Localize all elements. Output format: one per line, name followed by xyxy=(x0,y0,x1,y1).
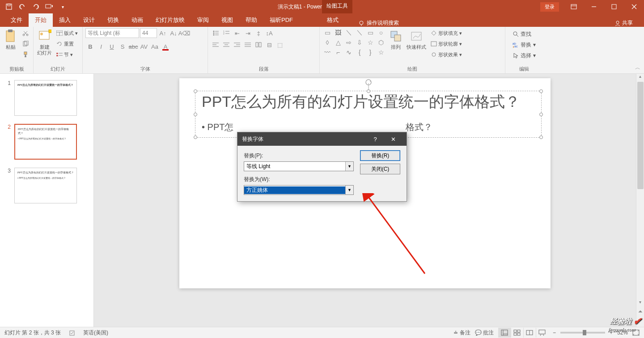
shape-star[interactable]: ☆ xyxy=(365,38,375,47)
scrollbar-thumb[interactable] xyxy=(637,82,644,189)
dialog-close-icon[interactable]: ✕ xyxy=(384,132,402,146)
shape-rounded[interactable]: ◊ xyxy=(322,38,332,47)
shape-fill-button[interactable]: 形状填充 ▾ xyxy=(429,28,464,38)
normal-view-icon[interactable] xyxy=(498,328,511,338)
tab-help[interactable]: 帮助 xyxy=(239,13,263,27)
shape-curve2[interactable]: ∿ xyxy=(344,48,354,57)
replace-action-button[interactable]: 替换(R) xyxy=(360,150,400,161)
find-button[interactable]: 查找 xyxy=(511,29,538,39)
shape-picture[interactable]: 🖼 xyxy=(333,28,343,37)
dialog-title-bar[interactable]: 替换字体 ? ✕ xyxy=(237,132,407,146)
increase-indent-button[interactable]: ⇥ xyxy=(243,28,253,38)
prev-slide-icon[interactable]: ⏶ xyxy=(636,308,644,314)
shape-rect[interactable]: ▭ xyxy=(365,28,375,37)
redo-icon[interactable] xyxy=(31,2,40,11)
thumb-1[interactable]: 1 PPT怎么为所有的幻灯片设置统一的字体格式？ xyxy=(0,78,93,122)
thumb-3[interactable]: 3 PPT怎么为所有的幻灯片设置统一的字体格式？• PPT怎么为所有的幻灯片设置… xyxy=(0,166,93,210)
reset-button[interactable]: 重置 xyxy=(55,39,80,49)
increase-font-icon[interactable]: A↑ xyxy=(158,28,168,38)
tab-review[interactable]: 审阅 xyxy=(191,13,215,27)
paste-button[interactable]: 粘贴 xyxy=(3,28,19,51)
collapse-ribbon-icon[interactable]: ︿ xyxy=(635,64,640,72)
arrange-button[interactable]: 排列 xyxy=(388,28,404,51)
font-size-combo[interactable]: 44 xyxy=(140,28,157,38)
text-direction-button[interactable]: ↕A xyxy=(264,28,274,38)
close-action-button[interactable]: 关闭(C) xyxy=(360,164,400,174)
numbering-button[interactable]: 12 xyxy=(221,28,231,38)
quick-styles-button[interactable]: 快速样式 xyxy=(406,28,427,51)
qat-dropdown-icon[interactable]: ▾ xyxy=(58,2,67,11)
replace-with-combo[interactable]: 方正姚体▼ xyxy=(244,185,354,195)
tab-format[interactable]: 格式 xyxy=(321,13,345,27)
tab-insert[interactable]: 插入 xyxy=(53,13,77,27)
line-spacing-button[interactable]: ‡ xyxy=(254,28,263,38)
char-spacing-button[interactable]: AV xyxy=(139,42,149,51)
notes-button[interactable]: ≐ 备注 xyxy=(453,329,470,337)
tell-me-search[interactable]: 操作说明搜索 xyxy=(358,19,399,27)
shape-oval[interactable]: ○ xyxy=(376,28,386,37)
zoom-slider[interactable] xyxy=(560,332,605,334)
slide-thumbnail-panel[interactable]: 1 PPT怎么为所有的幻灯片设置统一的字体格式？ 2 PPT怎么为所有的幻灯片设… xyxy=(0,74,94,327)
zoom-out-icon[interactable]: − xyxy=(553,330,556,336)
tab-file[interactable]: 文件 xyxy=(4,13,29,27)
section-button[interactable]: 节 ▾ xyxy=(55,50,80,59)
strike-button[interactable]: abc xyxy=(128,42,138,51)
bullets-button[interactable] xyxy=(211,28,220,38)
shape-effects-button[interactable]: 形状效果 ▾ xyxy=(429,50,464,59)
shape-elbow[interactable]: ⌐ xyxy=(333,48,343,57)
font-name-combo[interactable]: 等线 Light (标 xyxy=(85,28,139,38)
tab-slideshow[interactable]: 幻灯片放映 xyxy=(149,13,191,27)
smartart-button[interactable]: ⬚ xyxy=(275,40,285,50)
justify-button[interactable] xyxy=(243,40,253,50)
replace-combo[interactable]: 等线 Light▼ xyxy=(244,161,354,171)
shape-brace-r[interactable]: } xyxy=(365,48,375,57)
thumb-2[interactable]: 2 PPT怎么为所有的幻灯片设置统一的字体格式？• PPT怎么为所有的幻灯片设置… xyxy=(0,122,93,166)
tab-transition[interactable]: 切换 xyxy=(101,13,125,27)
tab-animation[interactable]: 动画 xyxy=(125,13,149,27)
start-from-beginning-icon[interactable] xyxy=(45,2,54,11)
chevron-down-icon[interactable]: ▼ xyxy=(345,186,353,194)
tab-view[interactable]: 视图 xyxy=(215,13,239,27)
spellcheck-icon[interactable] xyxy=(69,330,75,336)
shape-arrow-d[interactable]: ⇩ xyxy=(355,38,364,47)
slideshow-view-icon[interactable] xyxy=(536,328,548,338)
reading-view-icon[interactable] xyxy=(523,328,536,338)
shape-curve[interactable]: 〰 xyxy=(322,48,332,57)
ribbon-display-icon[interactable] xyxy=(564,0,584,13)
tab-home[interactable]: 开始 xyxy=(29,13,53,27)
rotate-handle-icon[interactable] xyxy=(364,79,373,90)
minimize-icon[interactable] xyxy=(584,0,604,13)
save-icon[interactable] xyxy=(4,2,13,11)
tab-foxit[interactable]: 福昕PDF xyxy=(263,13,299,27)
change-case-button[interactable]: Aa xyxy=(150,42,160,51)
format-painter-button[interactable] xyxy=(21,50,30,59)
new-slide-button[interactable]: 新建 幻灯片 xyxy=(36,28,53,57)
decrease-font-icon[interactable]: A↓ xyxy=(169,28,178,38)
cut-button[interactable] xyxy=(21,28,30,38)
shape-triangle[interactable]: △ xyxy=(333,38,343,47)
italic-button[interactable]: I xyxy=(96,42,106,51)
title-textbox-selection[interactable] xyxy=(195,91,542,138)
shape-brace-l[interactable]: { xyxy=(355,48,364,57)
share-button[interactable]: 共享 xyxy=(614,19,633,27)
align-left-button[interactable] xyxy=(211,40,220,50)
sorter-view-icon[interactable] xyxy=(511,328,523,338)
decrease-indent-button[interactable]: ⇤ xyxy=(232,28,242,38)
clear-format-icon[interactable]: A⌫ xyxy=(179,28,189,38)
shape-callout[interactable]: ☆ xyxy=(376,48,386,57)
comments-button[interactable]: 💬 批注 xyxy=(475,329,494,337)
underline-button[interactable]: U xyxy=(107,42,117,51)
copy-button[interactable] xyxy=(21,39,30,49)
shape-line[interactable]: ＼ xyxy=(344,28,354,37)
replace-button[interactable]: abac替换 ▾ xyxy=(511,40,538,50)
undo-icon[interactable] xyxy=(18,2,27,11)
language-indicator[interactable]: 英语(美国) xyxy=(83,329,108,337)
shape-arrow-r[interactable]: ⇨ xyxy=(344,38,354,47)
align-text-button[interactable]: ⊟ xyxy=(264,40,274,50)
shapes-gallery[interactable]: ▭ 🖼 ＼ ＼ ▭ ○ ◊ △ ⇨ ⇩ ☆ ⬡ 〰 ⌐ ∿ { } ☆ xyxy=(322,28,386,57)
dialog-help-icon[interactable]: ? xyxy=(366,132,384,146)
align-center-button[interactable] xyxy=(221,40,231,50)
maximize-icon[interactable] xyxy=(604,0,624,13)
layout-button[interactable]: 版式 ▾ xyxy=(55,28,80,38)
vertical-scrollbar[interactable]: ▴ ▾ ⏶ ⏷ xyxy=(636,74,644,327)
